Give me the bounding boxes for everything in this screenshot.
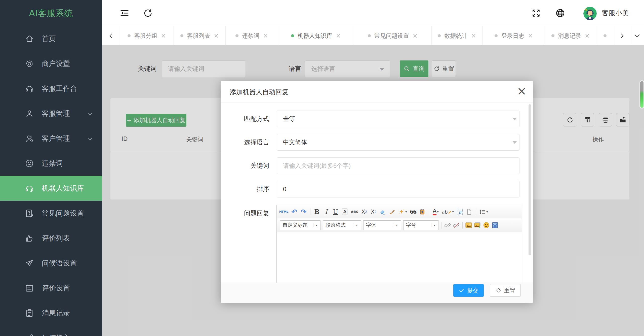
refresh-page-icon[interactable] [142,8,153,18]
sort-input[interactable] [277,181,519,197]
tabs-scroll-left-button[interactable] [102,26,120,45]
fullscreen-icon[interactable] [531,8,541,18]
new-page-icon[interactable] [466,208,472,216]
sidebar-item-home[interactable]: 首页 [0,26,102,51]
unlink-icon[interactable] [453,221,460,229]
tab-close-icon[interactable]: × [336,33,341,39]
tab-partial[interactable] [596,26,614,45]
font-color-icon[interactable]: A▾ [432,208,439,216]
user-name[interactable]: 客服小美 [602,0,629,26]
sidebar-item-message-records[interactable]: 消息记录 [0,300,102,325]
underline-icon[interactable]: U [332,208,339,216]
bordered-text-icon[interactable]: A [342,209,347,215]
html-source-icon[interactable]: HTML [279,208,288,216]
sidebar-item-label: 违禁词 [42,159,63,168]
tab-forbidden-words[interactable]: 违禁词 × [226,26,278,45]
sidebar-item-how-to-access[interactable]: 如何接入 [0,325,102,336]
page-scrollbar-thumb[interactable] [640,81,643,108]
sidebar-item-customer-management[interactable]: 客户管理 [0,126,102,151]
multi-image-icon[interactable] [474,221,481,229]
sidebar-item-review-list[interactable]: 评价列表 [0,226,102,251]
sidebar-item-rating-settings[interactable]: 评价设置 [0,276,102,300]
reset-icon [495,287,501,293]
tab-status-dot [495,34,498,37]
sidebar-item-faq-settings[interactable]: 常见问题设置 [0,201,102,226]
heading-select[interactable]: 自定义标题▾ [280,220,320,230]
tab-data-statistics[interactable]: 数据统计 × [432,26,482,45]
tab-close-icon[interactable]: × [161,33,166,39]
tabs-menu-button[interactable] [630,26,644,45]
tab-close-icon[interactable]: × [214,33,219,39]
user-avatar[interactable] [583,7,597,20]
toolbar-separator [441,222,441,229]
paste-plain-text-icon[interactable] [419,208,426,216]
text-highlight-icon[interactable]: ab▾ [442,208,454,216]
close-icon[interactable]: × [517,84,527,98]
language-label: 选择语言 [221,134,269,151]
language-select[interactable]: 中文简体 [277,134,519,151]
keyword-input[interactable] [277,157,519,174]
insert-image-icon[interactable] [465,221,472,229]
undo-icon[interactable]: ↶ [291,208,298,216]
tab-label: 机器人知识库 [298,32,332,40]
blockquote-icon[interactable]: 66 [410,208,416,216]
match-type-select[interactable]: 全等 [277,111,519,127]
submit-button[interactable]: 提交 [453,284,484,297]
tab-faq-settings[interactable]: 常见问题设置 × [354,26,432,45]
users-icon [25,134,34,143]
sidebar-item-merchant-settings[interactable]: 商户设置 [0,51,102,76]
dialog-reset-button[interactable]: 重置 [490,284,521,297]
subscript-icon[interactable]: X2 [370,208,377,216]
editor-content-area[interactable] [277,232,522,283]
auto-typeset-icon[interactable]: ▾ [398,208,407,216]
tab-close-icon[interactable]: × [585,33,590,39]
tab-close-icon[interactable]: × [263,33,268,39]
superscript-icon[interactable]: X2 [361,208,368,216]
thumbs-up-icon [25,233,34,243]
font-size-select[interactable]: 字号▾ [403,220,438,230]
tab-status-dot [180,34,183,37]
line-height-icon[interactable]: ▾ [479,208,488,216]
globe-language-icon[interactable] [555,8,566,18]
tabs-scroll-right-button[interactable] [614,26,630,45]
tab-login-logs[interactable]: 登录日志 × [482,26,545,45]
tab-label: 客服列表 [187,32,210,40]
anchor-icon[interactable]: a [457,208,463,216]
eraser-icon[interactable] [380,208,386,216]
tab-robot-knowledge-base[interactable]: 机器人知识库 × [278,26,354,45]
sidebar-item-agent-management[interactable]: 客服管理 [0,101,102,126]
tab-status-dot [235,34,238,37]
paragraph-format-select[interactable]: 段落格式▾ [323,220,361,230]
italic-icon[interactable]: I [323,208,330,216]
emoticon-icon[interactable] [483,221,490,229]
tab-status-dot [368,34,371,37]
tab-agent-groups[interactable]: 客服分组 × [120,26,174,45]
sort-label: 排序 [221,181,269,197]
link-icon[interactable] [444,221,451,229]
sidebar-item-workbench[interactable]: 客服工作台 [0,76,102,101]
format-painter-icon[interactable] [389,208,395,216]
tab-label: 登录日志 [501,32,524,40]
reply-label: 问题回复 [221,205,269,222]
home-icon [25,34,34,44]
tab-bar: 客服分组 × 客服列表 × 违禁词 × 机器人知识库 × 常见问题设置 × 数据… [102,26,644,45]
tab-close-icon[interactable]: × [528,33,533,39]
sidebar-item-forbidden-words[interactable]: 违禁词 [0,151,102,176]
collapse-sidebar-icon[interactable] [119,8,130,18]
toolbar-separator [310,208,310,215]
bold-icon[interactable]: B [314,208,320,216]
gear-icon [25,59,34,69]
dialog-scrollbar-thumb[interactable] [529,104,531,255]
tab-close-icon[interactable]: × [413,33,418,39]
redo-icon[interactable]: ↷ [300,208,307,216]
font-family-select[interactable]: 字体▾ [363,220,401,230]
tab-message-records[interactable]: 消息记录 × [545,26,596,45]
tab-agent-list[interactable]: 客服列表 × [174,26,226,45]
tab-label: 常见问题设置 [374,32,409,40]
strikethrough-icon[interactable]: ABC [351,208,358,216]
insert-video-icon[interactable] [492,221,498,229]
dialog-reset-label: 重置 [504,287,515,294]
sidebar-item-greeting-settings[interactable]: 问候语设置 [0,251,102,276]
tab-close-icon[interactable]: × [471,33,476,39]
sidebar-item-robot-knowledge-base[interactable]: 机器人知识库 [0,176,102,201]
